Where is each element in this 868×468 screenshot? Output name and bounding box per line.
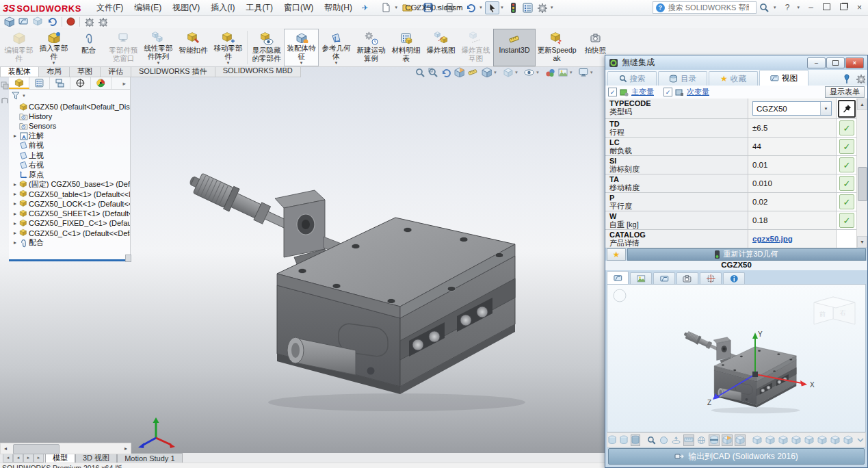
scrollbar-thumb[interactable] — [13, 444, 60, 454]
close-button[interactable]: × — [854, 3, 865, 12]
panel-maximize-button[interactable] — [826, 57, 845, 68]
save-button[interactable] — [421, 1, 436, 14]
help-menu-button[interactable]: ? — [782, 3, 793, 12]
scroll-right-arrow[interactable]: ▸ — [121, 445, 131, 452]
td-confirm-button[interactable]: ✓ — [839, 120, 854, 135]
ribbon-linear-pattern[interactable]: 线性零部件阵列▼ — [141, 29, 176, 66]
panel-tab-view[interactable]: 视图 — [759, 70, 808, 86]
undo-button[interactable] — [464, 1, 478, 14]
tab-scroll-prev[interactable]: ◂ — [13, 453, 23, 463]
file-properties-button[interactable] — [521, 1, 535, 14]
display-shaded-icon[interactable] — [619, 434, 629, 446]
ribbon-bill-of-materials[interactable]: 材料明细表 — [389, 29, 423, 66]
panel-tab-search[interactable]: 搜索 — [607, 71, 657, 86]
preview-face-color-icon[interactable] — [722, 434, 733, 446]
open-button[interactable] — [400, 1, 415, 14]
tab-assembly[interactable]: 装配体 — [0, 66, 38, 77]
preview-tab-dimensions[interactable] — [700, 272, 722, 284]
menu-tools[interactable]: 工具(T) — [241, 1, 278, 15]
collapsed-panel-icon-2[interactable] — [1, 96, 9, 105]
typecode-pin-button[interactable] — [838, 100, 856, 118]
tree-item-top-plane[interactable]: 上视 — [9, 151, 130, 160]
panel-close-button[interactable]: × — [845, 57, 864, 68]
tab-solidworks-addins[interactable]: SOLIDWORKS 插件 — [131, 66, 215, 77]
tree-item-base[interactable]: ▸(固定) CGZX50_base<1> (Default< — [9, 180, 130, 190]
select-caret[interactable]: ▼ — [500, 5, 504, 10]
view-cube-iso2-icon[interactable] — [843, 434, 854, 446]
menu-pin-icon[interactable]: ✈ — [362, 3, 368, 12]
search-caret[interactable]: ▼ — [773, 5, 777, 10]
component-tool-icon[interactable] — [4, 16, 14, 27]
p-value[interactable]: 0.02 — [748, 193, 836, 211]
apply-scene-icon[interactable]: ▼ — [558, 68, 575, 77]
view-cube-top-icon[interactable] — [804, 434, 815, 446]
ribbon-assembly-features[interactable]: 装配体特征▼ — [284, 29, 319, 66]
new-document-button[interactable] — [379, 1, 393, 14]
ribbon-insert-component[interactable]: 插入零部件▼ — [36, 29, 71, 66]
menu-insert[interactable]: 插入(I) — [205, 1, 240, 15]
view-cube-iso1-icon[interactable] — [830, 434, 841, 446]
display-style-icon[interactable]: ▼ — [503, 67, 521, 77]
panel-settings-icon[interactable] — [856, 74, 865, 83]
tree-item-origin[interactable]: 原点 — [9, 170, 130, 179]
td-value[interactable]: ±6.5 — [748, 119, 836, 137]
study-tool-icon[interactable] — [18, 16, 29, 27]
menu-help[interactable]: 帮助(H) — [319, 1, 358, 15]
filter-funnel-icon[interactable] — [12, 92, 20, 100]
w-value[interactable]: 0.18 — [748, 211, 836, 229]
measure-icon[interactable] — [468, 67, 478, 77]
panel-tab-favorites[interactable]: ★收藏 — [709, 71, 758, 86]
display-shaded-edges-icon[interactable] — [631, 434, 640, 446]
recalculate-3d-button[interactable]: 重新计算3D几何 — [627, 248, 866, 261]
preview-tab-photo[interactable] — [676, 272, 698, 284]
ribbon-move-component[interactable]: 移动零部件▼ — [211, 29, 246, 66]
view-cube-right-icon[interactable] — [791, 434, 802, 446]
panel-title-bar[interactable]: 無缝集成 – × — [605, 55, 867, 70]
lc-value[interactable]: 44 — [748, 138, 836, 155]
tree-item-sensors[interactable]: Sensors — [9, 121, 130, 131]
configurationmanager-tab[interactable] — [50, 77, 70, 89]
table-scroll-thumb[interactable] — [858, 167, 867, 201]
secondary-variable-link[interactable]: 次变量 — [687, 87, 709, 97]
tab-solidworks-mbd[interactable]: SOLIDWORKS MBD — [215, 66, 301, 77]
print-caret[interactable]: ▼ — [458, 5, 462, 10]
save-caret[interactable]: ▼ — [436, 5, 440, 10]
settings-gear-icon[interactable] — [84, 17, 94, 27]
horizontal-scrollbar[interactable]: ◂ ▸ — [0, 443, 131, 454]
ta-confirm-button[interactable]: ✓ — [839, 176, 854, 191]
model-3d[interactable] — [130, 66, 605, 453]
featuremanager-tab[interactable] — [9, 77, 29, 89]
options-button[interactable] — [535, 1, 549, 14]
custom-gear-icon[interactable] — [98, 17, 107, 27]
doc-restore-button[interactable] — [837, 3, 851, 12]
rebuild-button[interactable] — [506, 1, 521, 14]
print-button[interactable] — [443, 1, 457, 14]
menu-file[interactable]: 文件(F) — [91, 1, 129, 15]
zoom-area-icon[interactable] — [428, 68, 438, 77]
tab-scroll-next[interactable]: ▸ — [23, 453, 34, 463]
tree-item-c[interactable]: ▸CGZX50_C<1> (Default<<Default> — [9, 228, 130, 237]
undo-caret[interactable]: ▼ — [479, 5, 483, 10]
dimxpertmanager-tab[interactable] — [70, 77, 91, 89]
tab-sketch[interactable]: 草图 — [69, 66, 100, 77]
appearance-red-icon[interactable] — [66, 17, 75, 26]
preview-tab-image[interactable] — [630, 272, 652, 284]
replace-tool-icon[interactable] — [47, 16, 57, 27]
favorite-star-button[interactable]: ★ — [607, 248, 626, 261]
tree-item-front-plane[interactable]: 前视 — [9, 141, 130, 151]
tree-item-right-plane[interactable]: 右视 — [9, 160, 130, 170]
minimize-button[interactable]: – — [805, 3, 817, 12]
tab-scroll-last[interactable]: ▸ — [34, 453, 44, 463]
w-confirm-button[interactable]: ✓ — [839, 213, 854, 228]
tab-layout[interactable]: 布局 — [38, 66, 69, 77]
tree-item-sheet[interactable]: ▸CGZX50_SHEET<1> (Default<<Def — [9, 209, 130, 218]
ribbon-smart-fasteners[interactable]: 智能扣件 — [176, 29, 211, 66]
tab-3d-views[interactable]: 3D 视图 — [75, 453, 117, 463]
preview-tab-3d[interactable] — [607, 271, 629, 284]
scroll-left-arrow[interactable]: ◂ — [1, 445, 10, 452]
view-orientation-icon[interactable]: ▼ — [482, 67, 499, 77]
preview-viewport[interactable]: 前 右 Y X Z — [607, 284, 866, 432]
ta-value[interactable]: 0.010 — [748, 174, 836, 192]
dropdown-caret[interactable]: ▼ — [820, 102, 831, 115]
tab-model[interactable]: 模型 — [45, 453, 75, 463]
